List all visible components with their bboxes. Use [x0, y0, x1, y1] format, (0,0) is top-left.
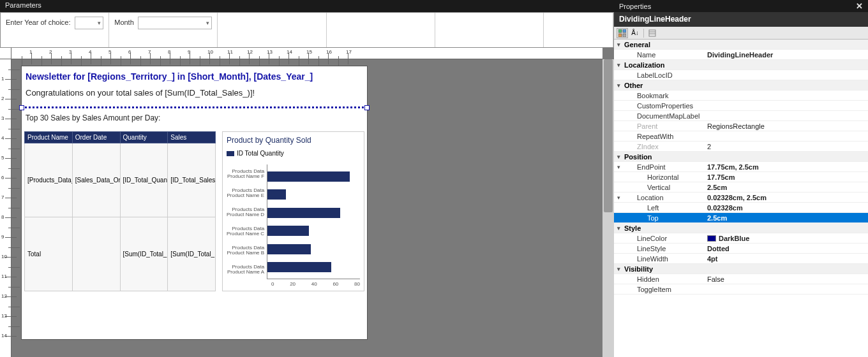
expand-icon[interactable]: ▾	[614, 266, 623, 272]
prop-row[interactable]: Left0.02328cm	[614, 203, 868, 213]
report-page[interactable]: Newsletter for [Regions_Territory_] in […	[21, 66, 368, 340]
page-title[interactable]: Newsletter for [Regions_Territory_] in […	[22, 66, 367, 85]
prop-category[interactable]: ▾Position	[614, 152, 868, 162]
prop-category[interactable]: ▾Style	[614, 223, 868, 233]
table-header[interactable]: Quantity	[120, 132, 168, 143]
table-header[interactable]: Sales	[168, 132, 216, 143]
prop-row[interactable]: DocumentMapLabel	[614, 111, 868, 121]
chart-category-label: Products DataProduct Name A	[227, 265, 264, 276]
svg-rect-0	[618, 29, 622, 33]
prop-row[interactable]: Horizontal17.75cm	[614, 172, 868, 182]
param-label-month: Month	[114, 17, 134, 26]
ruler-corner	[0, 48, 11, 59]
close-icon[interactable]: ✕	[856, 1, 863, 11]
prop-row[interactable]: ToggleItem	[614, 284, 868, 295]
prop-row[interactable]: ParentRegionsRectangle	[614, 121, 868, 131]
categorized-button[interactable]	[617, 28, 628, 38]
chart-category-label: Products DataProduct Name E	[227, 188, 264, 200]
chart-bar	[267, 244, 311, 254]
chart-category-label: Products DataProduct Name C	[227, 226, 264, 238]
prop-category[interactable]: ▾Localization	[614, 60, 868, 70]
legend-swatch	[227, 151, 234, 156]
prop-row[interactable]: ZIndex2	[614, 142, 868, 152]
alphabetical-button[interactable]: Å↓	[629, 28, 641, 38]
property-pages-button[interactable]	[647, 28, 658, 38]
section-title[interactable]: Top 30 Sales by Sales Amount per Day:	[22, 111, 367, 131]
properties-object-name: DividingLineHeader	[614, 12, 868, 27]
table-header[interactable]: Product Name	[25, 132, 73, 143]
svg-rect-4	[649, 30, 655, 36]
prop-row[interactable]: CustomProperties	[614, 101, 868, 111]
properties-toolbar: Å↓	[614, 27, 868, 40]
chart-category-label: Products DataProduct Name F	[227, 169, 264, 180]
prop-row[interactable]: RepeatWith	[614, 131, 868, 142]
chart-category-label: Products DataProduct Name D	[227, 207, 264, 219]
prop-row[interactable]: HiddenFalse	[614, 274, 868, 284]
legend-label: ID Total Quantity	[237, 150, 284, 157]
prop-row[interactable]: LineStyleDotted	[614, 244, 868, 254]
prop-row[interactable]: Top2.5cm	[614, 213, 868, 223]
expand-icon[interactable]: ▾	[614, 194, 623, 201]
ruler-vertical: 1234567891011121314	[0, 59, 11, 357]
chart-title: Product by Quantity Sold	[227, 136, 360, 145]
designer-surface[interactable]: 1234567891011121314151617 12345678910111…	[0, 48, 614, 357]
prop-row[interactable]: Bookmark	[614, 91, 868, 101]
param-input-year[interactable]	[75, 17, 104, 29]
svg-rect-1	[623, 29, 626, 33]
expand-icon[interactable]: ▾	[614, 164, 623, 170]
congrats-text[interactable]: Congratulations on your total sales of […	[22, 85, 367, 100]
chart-xaxis: 020406080	[271, 279, 360, 287]
prop-row[interactable]: ▾Location0.02328cm, 2.5cm	[614, 193, 868, 203]
scroll-thumb[interactable]	[604, 59, 613, 212]
prop-row[interactable]: LineColorDarkBlue	[614, 233, 868, 244]
svg-rect-3	[623, 34, 626, 37]
expand-icon[interactable]: ▾	[614, 225, 623, 231]
expand-icon[interactable]: ▾	[614, 154, 623, 160]
expand-icon[interactable]: ▾	[614, 82, 623, 89]
prop-row[interactable]: LineWidth4pt	[614, 254, 868, 264]
prop-row[interactable]: NameDividingLineHeader	[614, 50, 868, 60]
expand-icon[interactable]: ▾	[614, 62, 623, 68]
properties-title: Properties	[619, 3, 651, 10]
param-input-month[interactable]	[138, 17, 213, 29]
parameters-strip: Enter Year of choice: ▾ Month ▾	[0, 12, 614, 48]
ruler-horizontal: 1234567891011121314151617	[11, 48, 602, 59]
prop-category[interactable]: ▾General	[614, 40, 868, 50]
dividing-line-header[interactable]	[22, 106, 367, 108]
chart-legend: ID Total Quantity	[227, 150, 360, 157]
chart-bars	[267, 164, 360, 279]
chart-category-label: Products DataProduct Name B	[227, 245, 264, 257]
properties-grid[interactable]: ▾GeneralNameDividingLineHeader▾Localizat…	[614, 40, 868, 357]
chart-bar	[267, 262, 331, 272]
prop-row[interactable]: ▾EndPoint17.75cm, 2.5cm	[614, 162, 868, 172]
prop-row[interactable]: Vertical2.5cm	[614, 182, 868, 193]
param-label-year: Enter Year of choice:	[6, 17, 71, 26]
parameters-title: Parameters	[0, 0, 614, 12]
scrollbar-vertical[interactable]	[602, 59, 614, 357]
table-row[interactable]: Total[Sum(ID_Total_Q[Sum(ID_Total_	[25, 217, 216, 291]
chart-card[interactable]: Product by Quantity Sold ID Total Quanti…	[222, 131, 364, 291]
prop-category[interactable]: ▾Visibility	[614, 264, 868, 274]
prop-row[interactable]: LabelLocID	[614, 70, 868, 80]
table-header[interactable]: Order Date	[72, 132, 120, 143]
svg-rect-2	[618, 34, 622, 37]
chart-bar	[267, 226, 308, 236]
table-row[interactable]: [Products_Data_[Sales_Data_Or[ID_Total_Q…	[25, 143, 216, 217]
prop-category[interactable]: ▾Other	[614, 80, 868, 91]
chart-bar	[267, 208, 340, 218]
chart-bar	[267, 171, 350, 182]
expand-icon[interactable]: ▾	[614, 41, 623, 48]
sales-table[interactable]: Product NameOrder DateQuantitySales [Pro…	[24, 131, 216, 291]
chart-bar	[267, 189, 286, 200]
